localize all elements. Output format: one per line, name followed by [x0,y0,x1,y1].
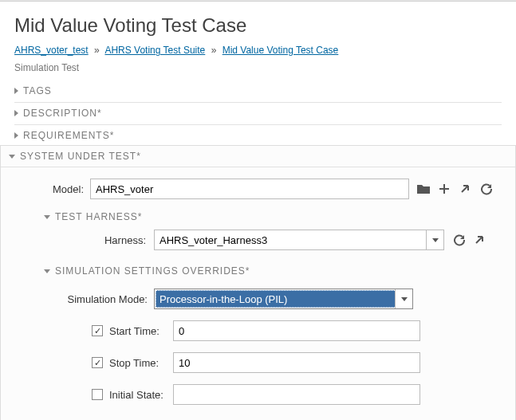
system-under-test-panel: SYSTEM UNDER TEST* Model: TEST HARNESS* … [0,145,516,420]
section-description-label: DESCRIPTION* [23,108,102,119]
section-system-under-test[interactable]: SYSTEM UNDER TEST* [1,146,515,167]
harness-input[interactable] [155,230,426,249]
breadcrumb-sep: » [211,45,217,56]
section-harness-label: TEST HARNESS* [55,211,142,222]
sim-mode-row: Simulation Mode: Processor-in-the-Loop (… [60,289,507,309]
stop-time-row: ✓ Stop Time: [92,352,507,373]
model-input[interactable] [90,179,409,199]
stop-time-input[interactable] [173,352,420,373]
initial-state-row: Initial State: [92,384,507,405]
add-model-icon[interactable] [438,183,451,195]
chevron-right-icon [14,88,18,94]
initial-state-label: Initial State: [109,389,167,401]
sim-mode-value: Processor-in-the-Loop (PIL) [156,290,395,308]
section-tags[interactable]: TAGS [14,81,502,100]
harness-label: Harness: [92,234,146,246]
section-requirements[interactable]: REQUIREMENTS* [14,124,502,145]
page-title: Mid Value Voting Test Case [14,14,502,37]
harness-dropdown-caret[interactable] [426,230,443,249]
start-time-label: Start Time: [109,325,167,337]
start-time-input[interactable] [173,320,420,341]
harness-row: Harness: [92,230,507,250]
section-sim-overrides[interactable]: SIMULATION SETTINGS OVERRIDES* [44,261,507,281]
folder-icon[interactable] [417,183,430,195]
section-description[interactable]: DESCRIPTION* [14,102,502,123]
open-external-icon[interactable] [473,234,486,246]
breadcrumb-root[interactable]: AHRS_voter_test [14,45,89,56]
initial-state-input[interactable] [173,384,420,405]
breadcrumb-case[interactable]: Mid Value Voting Test Case [223,45,339,56]
chevron-down-icon [9,155,15,159]
refresh-icon[interactable] [479,183,492,195]
check-icon: ✓ [94,327,101,336]
caret-down-icon [401,297,408,301]
start-time-row: ✓ Start Time: [92,320,507,341]
model-row: Model: [36,179,507,199]
stop-time-label: Stop Time: [109,357,167,369]
test-subtype: Simulation Test [14,62,502,73]
section-tags-label: TAGS [23,85,52,96]
section-sut-label: SYSTEM UNDER TEST* [20,151,141,162]
chevron-right-icon [14,110,18,116]
breadcrumb: AHRS_voter_test » AHRS Voting Test Suite… [14,45,502,56]
model-label: Model: [36,183,84,195]
harness-select[interactable] [154,230,444,250]
stop-time-checkbox[interactable]: ✓ [92,357,103,368]
breadcrumb-sep: » [94,45,100,56]
section-sim-overrides-label: SIMULATION SETTINGS OVERRIDES* [55,265,250,277]
chevron-down-icon [44,269,50,273]
breadcrumb-suite[interactable]: AHRS Voting Test Suite [104,45,205,56]
sim-mode-caret[interactable] [395,289,412,308]
sim-mode-label: Simulation Mode: [60,293,148,305]
initial-state-checkbox[interactable] [92,389,103,400]
check-icon: ✓ [94,359,101,367]
refresh-icon[interactable] [452,234,465,246]
sim-mode-select[interactable]: Processor-in-the-Loop (PIL) [154,289,413,309]
chevron-right-icon [14,132,18,139]
open-external-icon[interactable] [459,183,471,195]
section-requirements-label: REQUIREMENTS* [23,130,114,141]
chevron-down-icon [44,215,50,219]
caret-down-icon [432,238,439,242]
start-time-checkbox[interactable]: ✓ [92,325,103,336]
section-test-harness[interactable]: TEST HARNESS* [44,209,507,225]
